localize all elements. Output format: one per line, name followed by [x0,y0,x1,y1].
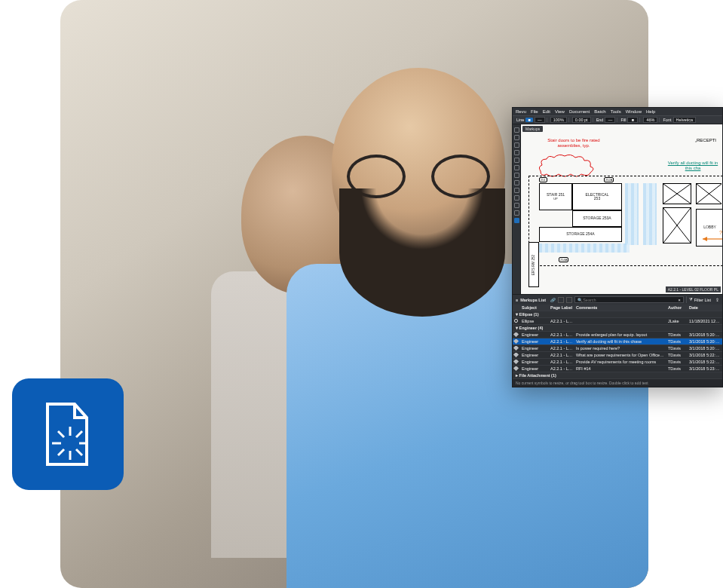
markups-panel: ≡ Markups List 🔗 🔍 × ⧩ Filter List ⇪ Sub… [513,294,722,387]
tool-icon-10[interactable] [514,195,519,201]
col-comments[interactable]: Comments [574,305,666,310]
table-row[interactable]: Engineer A2.2.1 - LEVE… RFI #14 TDavis 3… [513,366,722,372]
col-author[interactable]: Author [666,305,688,310]
group-engineer[interactable]: ▾ Engineer (4) [513,325,722,332]
menu-view[interactable]: View [555,109,565,114]
end-label: End [596,118,604,122]
status-bar: No current symbols to resize, or drag to… [513,379,722,387]
room-label-up: UP [553,198,558,201]
svg-marker-15 [703,237,707,241]
drawing-canvas[interactable]: Markups Stair doors to be fire rated ass… [521,124,722,294]
tool-icon-9[interactable] [514,188,519,193]
svg-line-7 [76,449,82,455]
end-cap-dropdown[interactable]: — [605,117,615,123]
svg-line-4 [58,431,64,437]
menu-document[interactable]: Document [569,109,590,114]
equip-box-1 [663,183,691,204]
tool-icon-5[interactable] [514,158,519,163]
room-electrical-253: ELECTRICAL 253 [572,183,622,210]
room-tag-251: 251 [539,177,547,182]
duct-2 [643,183,657,245]
menu-help[interactable]: Help [646,109,655,114]
tool-icon-12[interactable] [514,210,519,216]
room-stair-251: STAIR 251 UP [539,183,572,210]
tool-icon-11[interactable] [514,203,519,208]
table-row[interactable]: Ellipse A2.2.1 - LEVE… JLake 11/18/2021 … [513,318,722,325]
font-label: Font [663,118,671,122]
document-tab[interactable]: Markups [522,126,543,132]
export-icon[interactable]: ⇪ [715,298,719,302]
clear-search-icon[interactable]: × [678,298,680,302]
line-style-label: Line [516,118,524,122]
room-tag-252a: 252A [604,177,614,182]
tool-icon-6[interactable] [514,165,519,170]
tool-icon-7[interactable] [514,173,519,178]
table-row[interactable]: Engineer A2.2.1 - LEVE… Is power require… [513,345,722,352]
panel-expand-icon[interactable]: ≡ [516,298,518,302]
room-ers-rm-252: ER'S RM 252 [528,242,539,287]
person-2-glasses [347,155,490,192]
sheet-label[interactable]: A2.2.1 - LEVEL 02 FLOOR PL [666,286,721,292]
menu-revu[interactable]: Revu [516,109,526,114]
equip-box-2 [663,207,691,243]
question-mark-callout[interactable]: ? [719,230,722,235]
floor-plan: STAIR 251 UP ELECTRICAL 253 STORAGE 253A… [528,145,722,292]
table-row[interactable]: Engineer A2.2.1 - LEVE… Provide enlarged… [513,332,722,338]
menu-window[interactable]: Window [626,109,642,114]
markup-icon [513,353,519,357]
markups-search[interactable]: 🔍 × [574,296,684,303]
menubar: Revu File Edit View Document Batch Tools… [513,108,722,115]
document-spark-icon [41,401,94,467]
markup-icon [513,332,519,337]
feature-badge [12,378,124,490]
markups-search-input[interactable] [583,298,678,302]
tool-icon-8[interactable] [514,180,519,185]
line-width-input[interactable]: 0.00 pt [572,117,591,123]
panel-tool-1[interactable] [558,297,564,303]
table-row[interactable]: Engineer A2.2.1 - LEVE… What are power r… [513,352,722,359]
line-color-swatch[interactable]: ■ [525,118,532,122]
room-label-reception: „RECEPTI [695,138,716,142]
line-style-dropdown[interactable]: — [535,117,545,123]
room-storage-254a: STORAGE 254A [539,227,622,242]
person-2-beard [339,188,505,317]
page-zoom[interactable]: 46% [643,117,657,123]
filter-list[interactable]: ⧩ Filter List [686,296,713,303]
equip-box-3 [696,183,721,204]
panel-tool-2[interactable] [566,297,572,303]
link-icon[interactable]: 🔗 [550,298,556,302]
font-dropdown[interactable]: Helvetica [673,117,697,123]
markup-icon [513,339,519,344]
table-row-selected[interactable]: Engineer A2.2.1 - LEVE… Verify all ducti… [513,338,722,345]
tool-icon-13[interactable] [514,218,519,223]
filter-label: Filter List [694,298,711,302]
filter-icon: ⧩ [689,297,693,302]
group-ellipse[interactable]: ▾ Ellipse (1) [513,311,722,318]
tool-icon-2[interactable] [514,135,519,140]
menu-batch[interactable]: Batch [594,109,605,114]
menu-file[interactable]: File [531,109,538,114]
group-file-attachment[interactable]: ▸ File Attachment (1) [513,372,722,379]
menu-tools[interactable]: Tools [611,109,621,114]
menu-edit[interactable]: Edit [543,109,550,114]
col-date[interactable]: Date [688,305,722,310]
markups-table-header: Subject Page Label Comments Author Date [513,305,722,311]
zoom-value[interactable]: 100% [550,117,567,123]
tool-icon-4[interactable] [514,150,519,155]
tool-icon-3[interactable] [514,142,519,148]
ellipse-icon [513,319,519,323]
markup-icon [513,346,519,351]
duct-3 [539,243,630,253]
room-storage-253a: STORAGE 253A [572,210,622,227]
col-subject[interactable]: Subject [520,305,549,310]
duct-1 [625,183,639,245]
col-page-label[interactable]: Page Label [549,305,574,310]
fill-label: Fill [620,118,626,122]
fill-swatch[interactable]: ■ [627,117,638,123]
svg-line-6 [58,449,64,455]
table-row[interactable]: Engineer A2.2.1 - LEVE… Provide AV requi… [513,359,722,366]
arrow-callout-orange[interactable] [700,234,722,243]
markup-icon [513,360,519,364]
markups-panel-header: ≡ Markups List 🔗 🔍 × ⧩ Filter List ⇪ [513,295,722,305]
tool-icon-1[interactable] [514,127,519,133]
